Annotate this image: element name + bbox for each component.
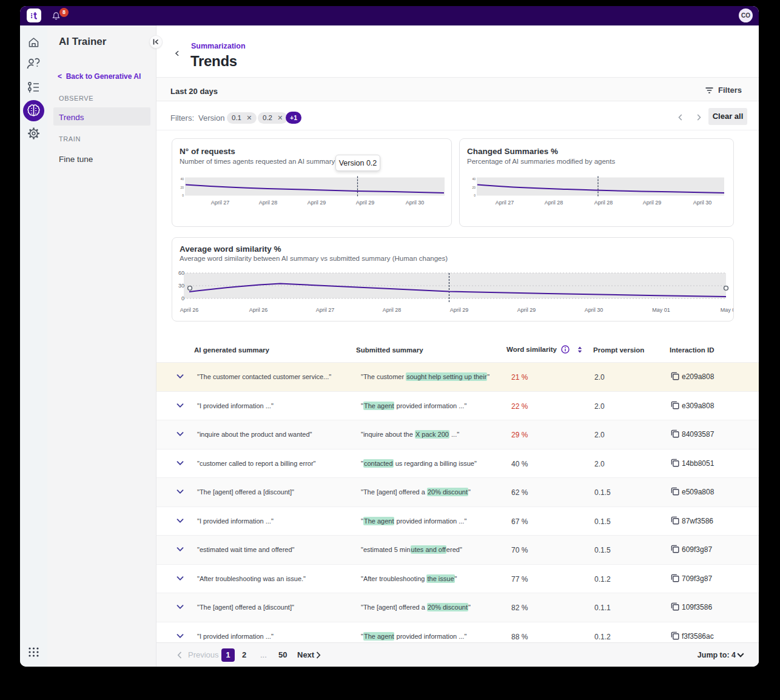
svg-text:60: 60	[178, 270, 184, 276]
svg-text:April 30: April 30	[693, 200, 712, 206]
svg-text:0: 0	[181, 295, 184, 301]
svg-text:20: 20	[180, 186, 184, 189]
svg-text:0: 0	[474, 194, 476, 197]
svg-text:April 30: April 30	[406, 200, 425, 206]
svg-text:April 27: April 27	[211, 200, 230, 206]
svg-text:April 29: April 29	[517, 307, 536, 313]
svg-text:April 28: April 28	[545, 200, 563, 206]
svg-text:20: 20	[472, 186, 476, 189]
svg-text:30: 30	[178, 283, 184, 289]
svg-text:April 30: April 30	[585, 307, 603, 313]
svg-text:April 29: April 29	[308, 200, 326, 206]
svg-text:April 28: April 28	[383, 307, 402, 313]
svg-text:April 27: April 27	[496, 200, 514, 206]
svg-text:April 27: April 27	[316, 307, 335, 313]
svg-text:May 01: May 01	[652, 307, 670, 313]
svg-text:May 0: May 0	[721, 307, 733, 313]
svg-text:0: 0	[182, 194, 184, 197]
svg-text:April 26: April 26	[249, 307, 268, 313]
svg-text:April 28: April 28	[594, 200, 613, 206]
svg-text:April 26: April 26	[180, 307, 199, 313]
svg-text:April 29: April 29	[450, 307, 469, 313]
svg-text:40: 40	[180, 177, 184, 181]
svg-text:40: 40	[472, 177, 476, 181]
svg-text:April 28: April 28	[259, 200, 278, 206]
svg-text:April 29: April 29	[643, 200, 662, 206]
svg-text:April 29: April 29	[356, 200, 375, 206]
